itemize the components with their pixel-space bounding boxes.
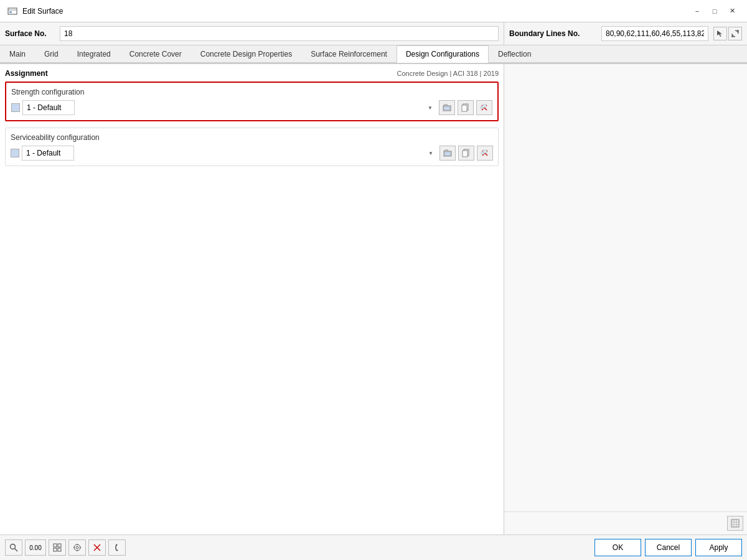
- svg-rect-4: [444, 106, 450, 110]
- title-bar: Edit Surface − □ ✕: [0, 0, 747, 22]
- svg-rect-2: [9, 11, 12, 13]
- main-window: Edit Surface − □ ✕ Surface No. Boundary …: [0, 0, 747, 560]
- tab-concrete-design-properties[interactable]: Concrete Design Properties: [191, 45, 301, 62]
- svg-point-38: [116, 544, 118, 546]
- strength-dropdown-wrapper: 1 - Default: [22, 100, 436, 115]
- strength-copy-button[interactable]: [458, 100, 474, 115]
- toolbar-target-button[interactable]: [68, 539, 86, 556]
- tab-design-configurations[interactable]: Design Configurations: [397, 45, 489, 63]
- strength-config-label: Strength configuration: [11, 88, 492, 96]
- svg-rect-19: [731, 520, 739, 527]
- toolbar-number-button[interactable]: 0.00: [25, 539, 46, 556]
- surface-no-section: Surface No.: [0, 22, 504, 45]
- window-body: Surface No. Boundary Lines No.: [0, 22, 747, 560]
- strength-color-dot: [11, 103, 20, 112]
- tabs-row: Main Grid Integrated Concrete Cover Conc…: [0, 45, 747, 63]
- table-icon: [731, 519, 740, 528]
- right-panel-bottom: [504, 511, 747, 534]
- title-bar-left: Edit Surface: [7, 6, 63, 16]
- cursor-icon: [716, 29, 725, 38]
- open-folder-icon-2: [443, 149, 452, 157]
- svg-point-39: [117, 550, 118, 551]
- serviceability-config-label: Serviceability configuration: [11, 133, 493, 142]
- svg-rect-26: [54, 544, 57, 547]
- svg-rect-10: [482, 105, 486, 108]
- svg-rect-14: [463, 151, 467, 157]
- boundary-select-icon-button[interactable]: [713, 27, 727, 40]
- tab-deflection[interactable]: Deflection: [489, 45, 540, 62]
- serviceability-open-button[interactable]: [439, 146, 456, 161]
- right-panel-content: [504, 64, 747, 511]
- ok-button[interactable]: OK: [594, 539, 641, 556]
- delete-icon-2: [481, 149, 489, 157]
- assignment-label: Assignment: [5, 69, 48, 78]
- svg-point-30: [74, 544, 80, 551]
- strength-dropdown[interactable]: 1 - Default: [22, 100, 75, 115]
- serviceability-copy-button[interactable]: [458, 146, 474, 161]
- strength-delete-button[interactable]: [476, 100, 492, 115]
- svg-point-24: [11, 544, 16, 549]
- tab-integrated[interactable]: Integrated: [68, 45, 120, 62]
- svg-line-25: [15, 549, 18, 552]
- strength-open-button[interactable]: [439, 100, 455, 115]
- strength-config-row: 1 - Default: [11, 100, 492, 115]
- serviceability-config-row: 1 - Default: [11, 146, 493, 161]
- apply-button[interactable]: Apply: [695, 539, 742, 556]
- copy-icon-2: [462, 149, 471, 157]
- copy-icon: [461, 103, 470, 112]
- dialog-buttons: OK Cancel Apply: [594, 539, 742, 556]
- svg-rect-12: [444, 152, 451, 156]
- title-bar-controls: − □ ✕: [690, 5, 740, 17]
- toolbar-integral-button[interactable]: [108, 539, 126, 556]
- svg-point-31: [76, 546, 78, 549]
- toolbar-grid-button[interactable]: [49, 539, 66, 556]
- maximize-button[interactable]: □: [707, 5, 722, 17]
- tab-surface-reinforcement[interactable]: Surface Reinforcement: [301, 45, 397, 62]
- svg-rect-18: [483, 150, 487, 153]
- tab-main[interactable]: Main: [0, 45, 35, 62]
- right-main-panel: [504, 64, 747, 534]
- search-icon: [9, 543, 18, 552]
- svg-rect-6: [462, 105, 467, 111]
- svg-rect-27: [58, 544, 61, 547]
- boundary-input[interactable]: [601, 26, 708, 41]
- bottom-section: 0.00: [0, 534, 747, 560]
- toolbar-number-label: 0.00: [29, 544, 41, 551]
- tab-concrete-cover[interactable]: Concrete Cover: [120, 45, 191, 62]
- tabs-section: Main Grid Integrated Concrete Cover Conc…: [0, 45, 747, 64]
- boundary-section: Boundary Lines No.: [504, 22, 747, 45]
- left-main-panel: Assignment Concrete Design | ACI 318 | 2…: [0, 64, 504, 534]
- target-icon: [73, 543, 82, 552]
- main-section: Assignment Concrete Design | ACI 318 | 2…: [0, 64, 747, 534]
- boundary-label: Boundary Lines No.: [509, 29, 596, 38]
- window-title: Edit Surface: [22, 7, 63, 16]
- close-button[interactable]: ✕: [725, 5, 740, 17]
- refresh-icon: [731, 29, 740, 38]
- cancel-button[interactable]: Cancel: [645, 539, 692, 556]
- boundary-refresh-button[interactable]: [728, 27, 742, 40]
- integral-icon: [113, 543, 121, 552]
- serviceability-dropdown-wrapper: 1 - Default: [22, 146, 437, 161]
- design-info: Concrete Design | ACI 318 | 2019: [397, 70, 499, 77]
- strength-config-box: Strength configuration 1 - Default: [5, 82, 499, 121]
- tab-grid[interactable]: Grid: [35, 45, 68, 62]
- serviceability-config-box: Serviceability configuration 1 - Default: [5, 128, 499, 166]
- top-section: Surface No. Boundary Lines No.: [0, 22, 747, 45]
- svg-rect-28: [54, 548, 57, 551]
- delete-icon: [480, 103, 489, 112]
- minimize-button[interactable]: −: [690, 5, 705, 17]
- open-folder-icon: [443, 103, 451, 112]
- surface-no-label: Surface No.: [5, 29, 55, 38]
- serviceability-delete-button[interactable]: [477, 146, 493, 161]
- serviceability-dropdown[interactable]: 1 - Default: [22, 146, 74, 161]
- right-panel-action-button[interactable]: [727, 516, 743, 531]
- boundary-icons: [713, 27, 742, 40]
- surface-no-input[interactable]: [60, 26, 499, 41]
- toolbar-x-button[interactable]: [88, 539, 106, 556]
- window-icon: [7, 6, 17, 16]
- grid-icon: [53, 543, 62, 552]
- serviceability-color-dot: [11, 149, 19, 157]
- toolbar-search-button[interactable]: [5, 539, 22, 556]
- cross-icon: [93, 543, 101, 552]
- assignment-header: Assignment Concrete Design | ACI 318 | 2…: [5, 69, 499, 78]
